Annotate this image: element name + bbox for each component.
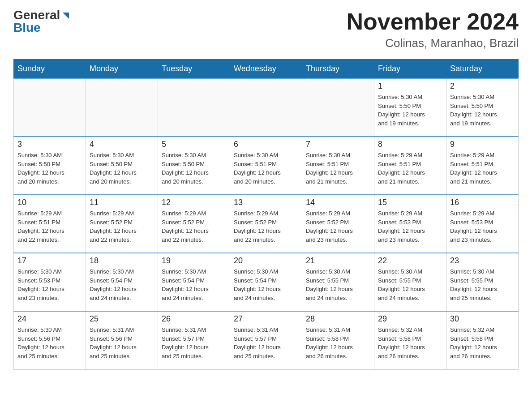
day-number: 2 bbox=[450, 81, 515, 91]
day-number: 17 bbox=[17, 256, 82, 265]
calendar-cell: 15Sunrise: 5:29 AMSunset: 5:53 PMDayligh… bbox=[374, 195, 446, 253]
calendar-table: SundayMondayTuesdayWednesdayThursdayFrid… bbox=[13, 59, 519, 370]
calendar-cell: 27Sunrise: 5:31 AMSunset: 5:57 PMDayligh… bbox=[230, 311, 302, 369]
calendar-cell bbox=[14, 78, 86, 137]
calendar-cell: 8Sunrise: 5:29 AMSunset: 5:51 PMDaylight… bbox=[374, 137, 446, 195]
day-number: 22 bbox=[378, 256, 442, 265]
day-number: 28 bbox=[306, 314, 370, 324]
calendar-cell: 22Sunrise: 5:30 AMSunset: 5:55 PMDayligh… bbox=[374, 253, 446, 311]
day-info: Sunrise: 5:30 AMSunset: 5:54 PMDaylight:… bbox=[162, 267, 226, 302]
calendar-cell: 26Sunrise: 5:31 AMSunset: 5:57 PMDayligh… bbox=[158, 311, 230, 369]
weekday-header-monday: Monday bbox=[86, 60, 158, 79]
calendar-cell: 20Sunrise: 5:30 AMSunset: 5:54 PMDayligh… bbox=[230, 253, 302, 311]
calendar-cell: 16Sunrise: 5:29 AMSunset: 5:53 PMDayligh… bbox=[446, 195, 519, 253]
day-number: 20 bbox=[234, 256, 298, 265]
calendar-cell: 17Sunrise: 5:30 AMSunset: 5:53 PMDayligh… bbox=[14, 253, 86, 311]
calendar-cell: 30Sunrise: 5:32 AMSunset: 5:58 PMDayligh… bbox=[446, 311, 519, 369]
day-info: Sunrise: 5:30 AMSunset: 5:50 PMDaylight:… bbox=[450, 93, 515, 128]
calendar-cell: 7Sunrise: 5:30 AMSunset: 5:51 PMDaylight… bbox=[302, 137, 374, 195]
day-number: 11 bbox=[90, 198, 154, 207]
calendar-cell: 1Sunrise: 5:30 AMSunset: 5:50 PMDaylight… bbox=[374, 78, 446, 137]
day-info: Sunrise: 5:30 AMSunset: 5:50 PMDaylight:… bbox=[17, 151, 82, 186]
day-number: 19 bbox=[162, 256, 226, 265]
day-info: Sunrise: 5:29 AMSunset: 5:52 PMDaylight:… bbox=[162, 209, 226, 244]
week-row-5: 24Sunrise: 5:30 AMSunset: 5:56 PMDayligh… bbox=[14, 311, 519, 369]
day-info: Sunrise: 5:30 AMSunset: 5:56 PMDaylight:… bbox=[17, 325, 82, 360]
calendar-cell: 12Sunrise: 5:29 AMSunset: 5:52 PMDayligh… bbox=[158, 195, 230, 253]
day-number: 7 bbox=[306, 140, 370, 149]
calendar-cell: 11Sunrise: 5:29 AMSunset: 5:52 PMDayligh… bbox=[86, 195, 158, 253]
calendar-cell: 2Sunrise: 5:30 AMSunset: 5:50 PMDaylight… bbox=[446, 78, 519, 137]
logo-general-text: General bbox=[13, 9, 60, 21]
day-number: 13 bbox=[234, 198, 298, 207]
day-number: 27 bbox=[234, 314, 298, 324]
day-info: Sunrise: 5:30 AMSunset: 5:53 PMDaylight:… bbox=[17, 267, 82, 302]
calendar-header-row: SundayMondayTuesdayWednesdayThursdayFrid… bbox=[14, 60, 519, 79]
day-info: Sunrise: 5:31 AMSunset: 5:56 PMDaylight:… bbox=[90, 325, 154, 360]
calendar-cell: 18Sunrise: 5:30 AMSunset: 5:54 PMDayligh… bbox=[86, 253, 158, 311]
day-number: 23 bbox=[450, 256, 515, 265]
calendar-cell bbox=[158, 78, 230, 137]
weekday-header-sunday: Sunday bbox=[14, 60, 86, 79]
calendar-cell bbox=[302, 78, 374, 137]
calendar-cell bbox=[230, 78, 302, 137]
day-number: 29 bbox=[378, 314, 442, 324]
day-info: Sunrise: 5:32 AMSunset: 5:58 PMDaylight:… bbox=[450, 325, 515, 360]
week-row-2: 3Sunrise: 5:30 AMSunset: 5:50 PMDaylight… bbox=[14, 137, 519, 195]
day-number: 25 bbox=[90, 314, 154, 324]
week-row-4: 17Sunrise: 5:30 AMSunset: 5:53 PMDayligh… bbox=[14, 253, 519, 311]
calendar-cell: 28Sunrise: 5:31 AMSunset: 5:58 PMDayligh… bbox=[302, 311, 374, 369]
calendar-cell: 23Sunrise: 5:30 AMSunset: 5:55 PMDayligh… bbox=[446, 253, 519, 311]
day-info: Sunrise: 5:31 AMSunset: 5:57 PMDaylight:… bbox=[234, 325, 298, 360]
day-info: Sunrise: 5:30 AMSunset: 5:55 PMDaylight:… bbox=[306, 267, 370, 302]
calendar-cell: 3Sunrise: 5:30 AMSunset: 5:50 PMDaylight… bbox=[14, 137, 86, 195]
day-info: Sunrise: 5:30 AMSunset: 5:55 PMDaylight:… bbox=[450, 267, 515, 302]
calendar-cell: 21Sunrise: 5:30 AMSunset: 5:55 PMDayligh… bbox=[302, 253, 374, 311]
day-number: 16 bbox=[450, 198, 515, 207]
calendar-cell: 19Sunrise: 5:30 AMSunset: 5:54 PMDayligh… bbox=[158, 253, 230, 311]
day-info: Sunrise: 5:30 AMSunset: 5:55 PMDaylight:… bbox=[378, 267, 442, 302]
week-row-1: 1Sunrise: 5:30 AMSunset: 5:50 PMDaylight… bbox=[14, 78, 519, 137]
calendar-cell: 13Sunrise: 5:29 AMSunset: 5:52 PMDayligh… bbox=[230, 195, 302, 253]
day-number: 15 bbox=[378, 198, 442, 207]
weekday-header-saturday: Saturday bbox=[446, 60, 519, 79]
day-info: Sunrise: 5:29 AMSunset: 5:52 PMDaylight:… bbox=[306, 209, 370, 244]
day-number: 21 bbox=[306, 256, 370, 265]
title-area: November 2024 Colinas, Maranhao, Brazil bbox=[347, 9, 519, 50]
day-info: Sunrise: 5:30 AMSunset: 5:51 PMDaylight:… bbox=[234, 151, 298, 186]
week-row-3: 10Sunrise: 5:29 AMSunset: 5:51 PMDayligh… bbox=[14, 195, 519, 253]
calendar-cell: 10Sunrise: 5:29 AMSunset: 5:51 PMDayligh… bbox=[14, 195, 86, 253]
day-number: 3 bbox=[17, 140, 82, 149]
day-number: 5 bbox=[162, 140, 226, 149]
day-info: Sunrise: 5:32 AMSunset: 5:58 PMDaylight:… bbox=[378, 325, 442, 360]
day-info: Sunrise: 5:30 AMSunset: 5:54 PMDaylight:… bbox=[90, 267, 154, 302]
day-info: Sunrise: 5:30 AMSunset: 5:50 PMDaylight:… bbox=[90, 151, 154, 186]
day-info: Sunrise: 5:29 AMSunset: 5:52 PMDaylight:… bbox=[234, 209, 298, 244]
day-number: 10 bbox=[17, 198, 82, 207]
day-info: Sunrise: 5:29 AMSunset: 5:51 PMDaylight:… bbox=[378, 151, 442, 186]
day-number: 24 bbox=[17, 314, 82, 324]
weekday-header-thursday: Thursday bbox=[302, 60, 374, 79]
day-number: 8 bbox=[378, 140, 442, 149]
day-number: 6 bbox=[234, 140, 298, 149]
svg-marker-0 bbox=[63, 13, 69, 19]
calendar-cell bbox=[86, 78, 158, 137]
location-title: Colinas, Maranhao, Brazil bbox=[347, 36, 519, 50]
calendar-cell: 14Sunrise: 5:29 AMSunset: 5:52 PMDayligh… bbox=[302, 195, 374, 253]
calendar-cell: 24Sunrise: 5:30 AMSunset: 5:56 PMDayligh… bbox=[14, 311, 86, 369]
day-number: 14 bbox=[306, 198, 370, 207]
day-info: Sunrise: 5:30 AMSunset: 5:51 PMDaylight:… bbox=[306, 151, 370, 186]
logo-triangle-icon bbox=[61, 11, 71, 21]
logo-blue-text: Blue bbox=[13, 21, 41, 34]
weekday-header-friday: Friday bbox=[374, 60, 446, 79]
day-number: 26 bbox=[162, 314, 226, 324]
weekday-header-tuesday: Tuesday bbox=[158, 60, 230, 79]
day-number: 12 bbox=[162, 198, 226, 207]
day-number: 30 bbox=[450, 314, 515, 324]
day-info: Sunrise: 5:30 AMSunset: 5:50 PMDaylight:… bbox=[378, 93, 442, 128]
day-info: Sunrise: 5:29 AMSunset: 5:52 PMDaylight:… bbox=[90, 209, 154, 244]
day-info: Sunrise: 5:29 AMSunset: 5:53 PMDaylight:… bbox=[378, 209, 442, 244]
calendar-cell: 9Sunrise: 5:29 AMSunset: 5:51 PMDaylight… bbox=[446, 137, 519, 195]
calendar-cell: 6Sunrise: 5:30 AMSunset: 5:51 PMDaylight… bbox=[230, 137, 302, 195]
calendar-cell: 5Sunrise: 5:30 AMSunset: 5:50 PMDaylight… bbox=[158, 137, 230, 195]
